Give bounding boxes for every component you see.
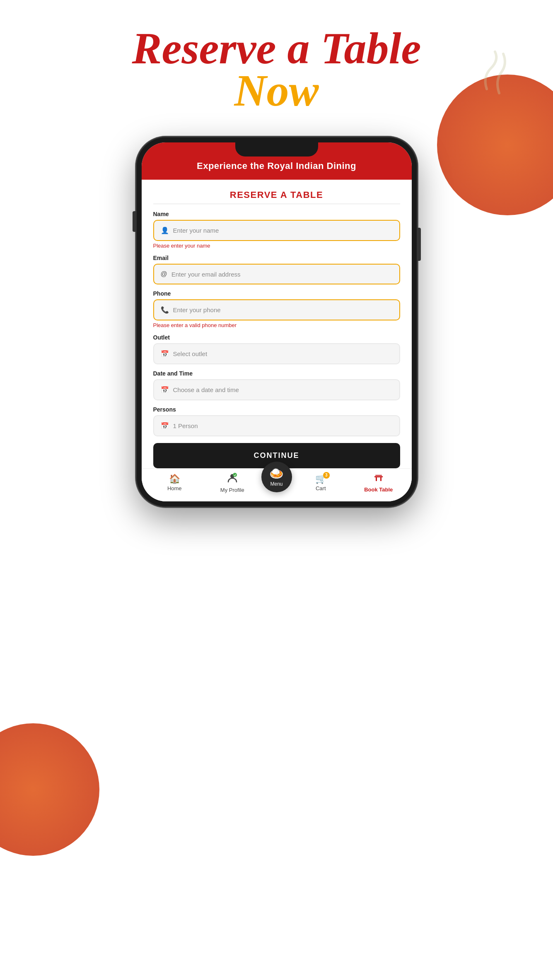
datetime-label: Date and Time — [153, 370, 400, 377]
profile-icon: ✓ — [227, 473, 238, 485]
datetime-placeholder: Choose a date and time — [173, 386, 239, 393]
outlet-form-group: Outlet 📅 Select outlet — [153, 334, 400, 364]
datetime-form-group: Date and Time 📅 Choose a date and time — [153, 370, 400, 400]
header-area: Reserve a Table Now — [0, 25, 553, 113]
outlet-input[interactable]: 📅 Select outlet — [153, 343, 400, 364]
phone-label: Phone — [153, 290, 400, 297]
datetime-input[interactable]: 📅 Choose a date and time — [153, 379, 400, 400]
bottom-nav: 🏠 Home ✓ My Profile — [142, 468, 412, 501]
nav-cart[interactable]: 🛒 3 Cart — [292, 474, 350, 491]
form-divider — [153, 204, 400, 204]
outlet-placeholder: Select outlet — [173, 350, 208, 357]
phone-placeholder: Enter your phone — [173, 306, 221, 313]
name-placeholder: Enter your name — [173, 227, 219, 234]
nav-profile[interactable]: ✓ My Profile — [203, 473, 261, 493]
name-label: Name — [153, 211, 400, 217]
email-label: Email — [153, 255, 400, 261]
form-title: RESERVE A TABLE — [153, 190, 400, 200]
title-now: Now — [0, 68, 553, 113]
svg-rect-6 — [375, 475, 382, 476]
title-reserve: Reserve a Table — [0, 25, 553, 72]
calendar-icon: 📅 — [161, 350, 169, 358]
email-form-group: Email @ Enter your email address — [153, 255, 400, 284]
nav-book-table[interactable]: Book Table — [350, 473, 408, 493]
svg-rect-5 — [380, 477, 382, 481]
svg-rect-4 — [376, 477, 377, 481]
svg-rect-3 — [374, 476, 383, 477]
book-table-icon — [374, 473, 384, 485]
name-input[interactable]: 👤 Enter your name — [153, 220, 400, 241]
person-icon: 👤 — [161, 226, 169, 234]
bg-circle-left — [0, 723, 99, 856]
email-input[interactable]: @ Enter your email address — [153, 264, 400, 284]
persons-label: Persons — [153, 406, 400, 413]
phone-form-group: Phone 📞 Enter your phone Please enter a … — [153, 290, 400, 328]
nav-menu[interactable]: 🍛 Menu — [261, 462, 292, 492]
phone-icon: 📞 — [161, 306, 169, 314]
nav-home[interactable]: 🏠 Home — [146, 474, 204, 491]
form-content: RESERVE A TABLE Name 👤 Enter your name P… — [142, 180, 412, 468]
outlet-label: Outlet — [153, 334, 400, 341]
profile-label: My Profile — [220, 487, 244, 493]
cart-badge-count: 3 — [323, 472, 330, 479]
menu-label: Menu — [270, 481, 283, 487]
phone-notch — [235, 142, 318, 157]
phone-input[interactable]: 📞 Enter your phone — [153, 299, 400, 320]
name-error: Please enter your name — [153, 243, 400, 249]
home-icon: 🏠 — [169, 474, 180, 484]
app-header-text: Experience the Royal Indian Dining — [154, 161, 399, 171]
at-icon: @ — [161, 270, 167, 278]
name-form-group: Name 👤 Enter your name Please enter your… — [153, 211, 400, 249]
phone-mockup: Experience the Royal Indian Dining RESER… — [136, 137, 418, 507]
persons-form-group: Persons 📅 1 Person — [153, 406, 400, 436]
phone-error: Please enter a valid phone number — [153, 322, 400, 328]
svg-text:✓: ✓ — [234, 474, 237, 477]
cart-icon: 🛒 3 — [315, 474, 326, 484]
persons-calendar-icon: 📅 — [161, 422, 169, 430]
datetime-calendar-icon: 📅 — [161, 386, 169, 394]
home-label: Home — [167, 485, 182, 491]
persons-input[interactable]: 📅 1 Person — [153, 415, 400, 436]
persons-value: 1 Person — [173, 422, 198, 429]
email-placeholder: Enter your email address — [171, 271, 241, 278]
book-table-label: Book Table — [364, 486, 393, 493]
menu-logo-icon: 🍛 — [269, 467, 284, 480]
cart-label: Cart — [316, 485, 326, 491]
